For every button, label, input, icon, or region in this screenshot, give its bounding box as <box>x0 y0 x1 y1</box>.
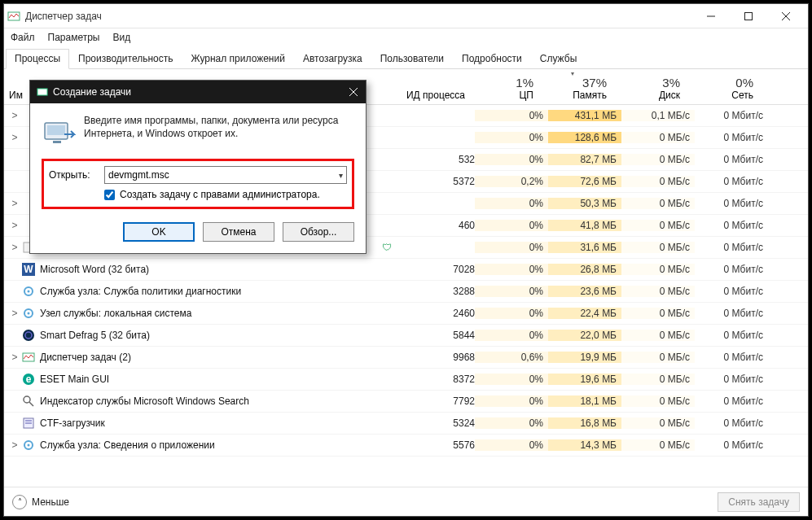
titlebar: Диспетчер задач <box>4 4 808 28</box>
table-row[interactable]: >Служба узла: Сведения о приложении55760… <box>4 435 808 457</box>
process-icon <box>22 351 35 364</box>
cell-network: 0 Мбит/с <box>695 154 768 165</box>
chevron-down-icon[interactable]: ▾ <box>339 171 343 180</box>
cell-memory: 23,6 МБ <box>548 286 621 297</box>
process-name: Узел службы: локальная система <box>40 308 382 319</box>
process-icon <box>22 307 35 320</box>
cell-pid: 5324 <box>393 417 475 429</box>
svg-rect-24 <box>37 89 47 95</box>
browse-button[interactable]: Обзор... <box>283 222 354 242</box>
expand-toggle[interactable]: > <box>9 242 20 253</box>
sort-indicator-icon: ▾ <box>571 70 574 77</box>
admin-checkbox[interactable] <box>104 190 115 200</box>
table-row[interactable]: Служба узла: Служба политики диагностики… <box>4 281 808 303</box>
table-row[interactable]: WMicrosoft Word (32 бита)70280%26,8 МБ0 … <box>4 259 808 281</box>
header-cpu[interactable]: 1%ЦП <box>465 71 538 101</box>
expand-toggle[interactable]: > <box>9 198 20 209</box>
table-row[interactable]: >Узел службы: локальная система24600%22,… <box>4 303 808 325</box>
app-icon <box>7 10 20 23</box>
svg-point-9 <box>28 291 30 293</box>
cell-memory: 22,0 МБ <box>548 330 621 341</box>
maximize-button[interactable] <box>730 4 767 28</box>
table-row[interactable]: CTF-загрузчик53240%16,8 МБ0 МБ/с0 Мбит/с <box>4 413 808 435</box>
cell-network: 0 Мбит/с <box>695 374 768 385</box>
header-memory[interactable]: ▾37%Память <box>538 71 612 101</box>
end-task-button[interactable]: Снять задачу <box>718 492 800 512</box>
cancel-button[interactable]: Отмена <box>203 222 274 242</box>
svg-rect-2 <box>745 12 753 20</box>
window-title: Диспетчер задач <box>25 11 102 22</box>
cell-cpu: 0,6% <box>475 352 548 363</box>
expand-toggle[interactable]: > <box>9 439 20 451</box>
tab-startup[interactable]: Автозагрузка <box>294 49 371 69</box>
tab-bar: Процессы Производительность Журнал прило… <box>4 48 808 69</box>
close-button[interactable] <box>767 4 805 28</box>
cell-cpu: 0% <box>475 198 548 209</box>
run-task-dialog: Создание задачи Введите имя программы, п… <box>29 80 366 254</box>
cell-network: 0 Мбит/с <box>695 352 768 363</box>
chevron-up-icon: ˄ <box>12 495 27 509</box>
expand-toggle[interactable]: > <box>9 308 20 319</box>
menu-file[interactable]: Файл <box>9 30 37 45</box>
table-row[interactable]: Индексатор службы Microsoft Windows Sear… <box>4 391 808 413</box>
expand-toggle[interactable]: > <box>9 110 20 121</box>
cell-cpu: 0% <box>475 154 548 165</box>
header-network[interactable]: 0%Сеть <box>685 71 758 101</box>
shield-icon: 🛡 <box>382 242 393 253</box>
cell-cpu: 0% <box>475 264 548 275</box>
svg-line-18 <box>29 402 33 406</box>
cell-network: 0 Мбит/с <box>695 286 768 297</box>
cell-cpu: 0% <box>475 439 548 451</box>
svg-rect-29 <box>53 141 61 143</box>
cell-memory: 50,3 МБ <box>548 198 621 209</box>
table-row[interactable]: >Диспетчер задач (2)99680,6%19,9 МБ0 МБ/… <box>4 347 808 369</box>
expand-toggle[interactable]: > <box>9 352 20 363</box>
highlighted-region: Открыть: devmgmt.msc ▾ Создать задачу с … <box>42 159 354 209</box>
header-pid[interactable]: ИД процесса <box>384 71 465 101</box>
tab-services[interactable]: Службы <box>531 49 586 69</box>
ok-button[interactable]: OK <box>123 222 195 242</box>
tab-details[interactable]: Подробности <box>453 49 531 69</box>
cell-network: 0 Мбит/с <box>695 439 768 451</box>
process-icon <box>22 395 35 408</box>
dialog-titlebar: Создание задачи <box>30 81 366 103</box>
menu-options[interactable]: Параметры <box>46 30 102 45</box>
fewer-details-button[interactable]: ˄ Меньше <box>12 495 69 509</box>
expand-toggle[interactable]: > <box>9 220 20 231</box>
cell-disk: 0 МБ/с <box>621 220 695 231</box>
tab-processes[interactable]: Процессы <box>6 49 69 69</box>
tab-users[interactable]: Пользователи <box>371 49 453 69</box>
dialog-close-button[interactable] <box>341 81 366 103</box>
dialog-buttons: OK Отмена Обзор... <box>30 217 366 253</box>
svg-text:W: W <box>24 264 33 275</box>
svg-point-17 <box>24 396 30 403</box>
cell-cpu: 0,2% <box>475 176 548 187</box>
svg-rect-28 <box>47 125 65 135</box>
menu-view[interactable]: Вид <box>111 30 132 45</box>
expand-toggle[interactable]: > <box>9 132 20 143</box>
cell-memory: 31,6 МБ <box>548 242 621 253</box>
cell-pid: 7028 <box>393 264 475 275</box>
table-row[interactable]: eESET Main GUI83720%19,6 МБ0 МБ/с0 Мбит/… <box>4 369 808 391</box>
cell-network: 0 Мбит/с <box>695 220 768 231</box>
minimize-button[interactable] <box>692 4 730 28</box>
cell-memory: 26,8 МБ <box>548 264 621 275</box>
tab-performance[interactable]: Производительность <box>69 49 182 69</box>
header-disk[interactable]: 3%Диск <box>612 71 685 101</box>
process-name: Microsoft Word (32 бита) <box>40 264 382 275</box>
cell-disk: 0 МБ/с <box>621 198 695 209</box>
cell-network: 0 Мбит/с <box>695 264 768 275</box>
tab-app-history[interactable]: Журнал приложений <box>182 49 294 69</box>
cell-network: 0 Мбит/с <box>695 417 768 429</box>
cell-pid: 5372 <box>393 176 475 187</box>
cell-disk: 0 МБ/с <box>621 154 695 165</box>
cell-cpu: 0% <box>475 374 548 385</box>
cell-disk: 0 МБ/с <box>621 330 695 341</box>
cell-memory: 14,3 МБ <box>548 439 621 451</box>
process-name: ESET Main GUI <box>40 374 382 385</box>
open-combobox[interactable]: devmgmt.msc ▾ <box>104 166 347 184</box>
cell-cpu: 0% <box>475 330 548 341</box>
svg-point-23 <box>28 444 30 447</box>
cell-memory: 19,9 МБ <box>548 352 621 363</box>
table-row[interactable]: Smart Defrag 5 (32 бита)58440%22,0 МБ0 М… <box>4 325 808 347</box>
